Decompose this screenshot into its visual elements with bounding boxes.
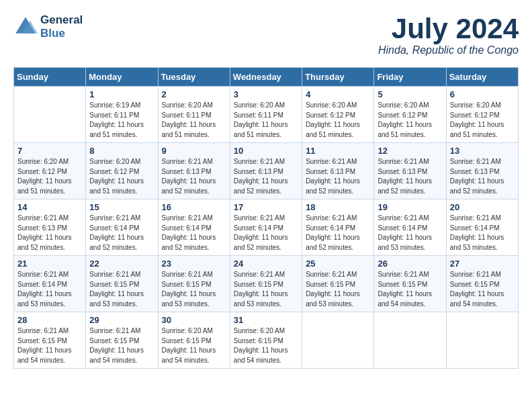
day-number: 23 [162, 259, 226, 269]
day-info: Sunrise: 6:21 AM Sunset: 6:13 PM Dayligh… [450, 157, 515, 196]
calendar-cell: 4Sunrise: 6:20 AM Sunset: 6:12 PM Daylig… [302, 87, 374, 143]
page-header: General Blue July 2024 Hinda, Republic o… [13, 13, 519, 56]
calendar-cell: 14Sunrise: 6:21 AM Sunset: 6:13 PM Dayli… [14, 199, 86, 256]
calendar-cell [374, 312, 446, 369]
calendar-cell [302, 312, 374, 369]
calendar-cell: 17Sunrise: 6:21 AM Sunset: 6:14 PM Dayli… [230, 199, 302, 256]
day-info: Sunrise: 6:20 AM Sunset: 6:12 PM Dayligh… [306, 101, 370, 140]
logo-text: General Blue [40, 13, 83, 40]
day-number: 18 [306, 202, 370, 212]
day-info: Sunrise: 6:21 AM Sunset: 6:13 PM Dayligh… [378, 157, 442, 196]
day-info: Sunrise: 6:20 AM Sunset: 6:15 PM Dayligh… [234, 326, 298, 365]
day-number: 13 [450, 146, 515, 156]
calendar-cell: 25Sunrise: 6:21 AM Sunset: 6:15 PM Dayli… [302, 256, 374, 312]
day-info: Sunrise: 6:20 AM Sunset: 6:15 PM Dayligh… [162, 326, 226, 365]
header-row: SundayMondayTuesdayWednesdayThursdayFrid… [14, 68, 519, 87]
calendar-cell [446, 312, 518, 369]
day-number: 24 [234, 259, 298, 269]
day-info: Sunrise: 6:21 AM Sunset: 6:14 PM Dayligh… [89, 214, 154, 253]
day-number: 4 [306, 89, 370, 99]
day-number: 2 [162, 89, 226, 99]
day-number: 27 [450, 259, 515, 269]
day-info: Sunrise: 6:21 AM Sunset: 6:14 PM Dayligh… [378, 214, 442, 253]
calendar-cell: 8Sunrise: 6:20 AM Sunset: 6:12 PM Daylig… [86, 143, 158, 199]
day-number: 3 [234, 89, 298, 99]
day-info: Sunrise: 6:20 AM Sunset: 6:12 PM Dayligh… [17, 157, 82, 196]
header-cell-wednesday: Wednesday [230, 68, 302, 87]
day-number: 16 [162, 202, 226, 212]
day-info: Sunrise: 6:20 AM Sunset: 6:12 PM Dayligh… [378, 101, 442, 140]
calendar-body: 1Sunrise: 6:19 AM Sunset: 6:11 PM Daylig… [14, 87, 519, 369]
day-info: Sunrise: 6:21 AM Sunset: 6:14 PM Dayligh… [17, 270, 82, 309]
day-number: 20 [450, 202, 515, 212]
day-number: 26 [378, 259, 442, 269]
logo-icon [13, 15, 38, 39]
day-info: Sunrise: 6:21 AM Sunset: 6:15 PM Dayligh… [162, 270, 226, 309]
calendar-cell: 3Sunrise: 6:20 AM Sunset: 6:11 PM Daylig… [230, 87, 302, 143]
calendar-cell: 19Sunrise: 6:21 AM Sunset: 6:14 PM Dayli… [374, 199, 446, 256]
calendar-table: SundayMondayTuesdayWednesdayThursdayFrid… [13, 67, 519, 369]
day-info: Sunrise: 6:21 AM Sunset: 6:15 PM Dayligh… [378, 270, 442, 309]
day-number: 19 [378, 202, 442, 212]
day-info: Sunrise: 6:21 AM Sunset: 6:15 PM Dayligh… [89, 270, 154, 309]
calendar-cell: 27Sunrise: 6:21 AM Sunset: 6:15 PM Dayli… [446, 256, 518, 312]
day-info: Sunrise: 6:21 AM Sunset: 6:14 PM Dayligh… [306, 214, 370, 253]
day-info: Sunrise: 6:21 AM Sunset: 6:15 PM Dayligh… [17, 326, 82, 365]
day-info: Sunrise: 6:21 AM Sunset: 6:14 PM Dayligh… [450, 214, 515, 253]
calendar-cell: 21Sunrise: 6:21 AM Sunset: 6:14 PM Dayli… [14, 256, 86, 312]
day-number: 6 [450, 89, 515, 99]
day-info: Sunrise: 6:21 AM Sunset: 6:15 PM Dayligh… [89, 326, 154, 365]
day-number: 21 [17, 259, 82, 269]
day-number: 7 [17, 146, 82, 156]
day-info: Sunrise: 6:21 AM Sunset: 6:13 PM Dayligh… [306, 157, 370, 196]
calendar-cell: 31Sunrise: 6:20 AM Sunset: 6:15 PM Dayli… [230, 312, 302, 369]
day-info: Sunrise: 6:20 AM Sunset: 6:12 PM Dayligh… [89, 157, 154, 196]
calendar-cell: 28Sunrise: 6:21 AM Sunset: 6:15 PM Dayli… [14, 312, 86, 369]
week-row-5: 28Sunrise: 6:21 AM Sunset: 6:15 PM Dayli… [14, 312, 519, 369]
day-number: 9 [162, 146, 226, 156]
location-title: Hinda, Republic of the Congo [378, 44, 519, 56]
calendar-cell: 6Sunrise: 6:20 AM Sunset: 6:12 PM Daylig… [446, 87, 518, 143]
calendar-cell: 1Sunrise: 6:19 AM Sunset: 6:11 PM Daylig… [86, 87, 158, 143]
day-number: 28 [17, 315, 82, 325]
day-info: Sunrise: 6:19 AM Sunset: 6:11 PM Dayligh… [89, 101, 154, 140]
day-number: 17 [234, 202, 298, 212]
header-cell-friday: Friday [374, 68, 446, 87]
week-row-1: 1Sunrise: 6:19 AM Sunset: 6:11 PM Daylig… [14, 87, 519, 143]
week-row-3: 14Sunrise: 6:21 AM Sunset: 6:13 PM Dayli… [14, 199, 519, 256]
day-info: Sunrise: 6:20 AM Sunset: 6:11 PM Dayligh… [162, 101, 226, 140]
day-number: 1 [89, 89, 154, 99]
day-info: Sunrise: 6:21 AM Sunset: 6:13 PM Dayligh… [162, 157, 226, 196]
week-row-2: 7Sunrise: 6:20 AM Sunset: 6:12 PM Daylig… [14, 143, 519, 199]
header-cell-tuesday: Tuesday [158, 68, 230, 87]
day-info: Sunrise: 6:21 AM Sunset: 6:14 PM Dayligh… [234, 214, 298, 253]
day-info: Sunrise: 6:20 AM Sunset: 6:12 PM Dayligh… [450, 101, 515, 140]
calendar-cell: 16Sunrise: 6:21 AM Sunset: 6:14 PM Dayli… [158, 199, 230, 256]
day-info: Sunrise: 6:21 AM Sunset: 6:14 PM Dayligh… [162, 214, 226, 253]
day-number: 31 [234, 315, 298, 325]
calendar-cell: 7Sunrise: 6:20 AM Sunset: 6:12 PM Daylig… [14, 143, 86, 199]
calendar-cell: 18Sunrise: 6:21 AM Sunset: 6:14 PM Dayli… [302, 199, 374, 256]
day-number: 10 [234, 146, 298, 156]
calendar-cell: 11Sunrise: 6:21 AM Sunset: 6:13 PM Dayli… [302, 143, 374, 199]
day-number: 15 [89, 202, 154, 212]
day-number: 30 [162, 315, 226, 325]
calendar-cell: 2Sunrise: 6:20 AM Sunset: 6:11 PM Daylig… [158, 87, 230, 143]
day-number: 11 [306, 146, 370, 156]
header-cell-saturday: Saturday [446, 68, 518, 87]
calendar-cell: 15Sunrise: 6:21 AM Sunset: 6:14 PM Dayli… [86, 199, 158, 256]
calendar-cell: 24Sunrise: 6:21 AM Sunset: 6:15 PM Dayli… [230, 256, 302, 312]
week-row-4: 21Sunrise: 6:21 AM Sunset: 6:14 PM Dayli… [14, 256, 519, 312]
calendar-cell: 29Sunrise: 6:21 AM Sunset: 6:15 PM Dayli… [86, 312, 158, 369]
day-info: Sunrise: 6:21 AM Sunset: 6:15 PM Dayligh… [306, 270, 370, 309]
day-number: 8 [89, 146, 154, 156]
month-title: July 2024 [378, 13, 519, 44]
day-number: 22 [89, 259, 154, 269]
day-number: 25 [306, 259, 370, 269]
calendar-cell: 13Sunrise: 6:21 AM Sunset: 6:13 PM Dayli… [446, 143, 518, 199]
logo: General Blue [13, 13, 83, 40]
day-info: Sunrise: 6:21 AM Sunset: 6:13 PM Dayligh… [234, 157, 298, 196]
header-cell-thursday: Thursday [302, 68, 374, 87]
calendar-cell: 26Sunrise: 6:21 AM Sunset: 6:15 PM Dayli… [374, 256, 446, 312]
title-block: July 2024 Hinda, Republic of the Congo [378, 13, 519, 56]
